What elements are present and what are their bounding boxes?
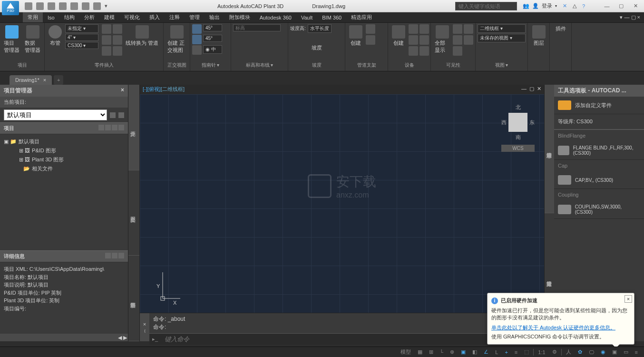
plugin-button[interactable]: 插件 <box>552 24 569 33</box>
palette-item[interactable]: CAP,BV,, (CS300) <box>554 171 644 189</box>
ribbon-small-icon[interactable] <box>102 46 111 56</box>
otrack-icon[interactable]: ∠ <box>481 348 491 356</box>
compass-icon[interactable] <box>192 35 202 44</box>
menu-Autodesk 360[interactable]: Autodesk 360 <box>255 13 296 22</box>
maximize-button[interactable]: ▢ <box>615 1 628 11</box>
slope-button[interactable]: 坡度 <box>290 43 343 52</box>
ribbon-small-icon[interactable] <box>102 35 111 45</box>
visual-style-dropdown[interactable]: 二维线框 ▾ <box>478 24 526 33</box>
lwt-icon[interactable]: ≡ <box>512 348 520 356</box>
workspace-icon[interactable]: ✿ <box>576 348 585 356</box>
ducs-icon[interactable]: L <box>493 348 500 356</box>
viewport-maximize-icon[interactable]: ▢ <box>529 86 534 93</box>
current-project-select[interactable]: 默认项目 <box>4 109 107 120</box>
gear-icon[interactable]: ⚙ <box>550 348 559 356</box>
drawing-canvas[interactable]: 安下载anxz.com 北 西东 南 WCS Y X <box>140 94 544 313</box>
menu-建模[interactable]: 建模 <box>99 12 119 22</box>
palette-item[interactable]: COUPLING,SW,3000, (CS300) <box>554 200 644 219</box>
elevation-input[interactable] <box>233 24 281 31</box>
infocenter-icon[interactable]: 👥 <box>523 3 529 9</box>
app-icon[interactable]: P3D <box>2 1 19 15</box>
exchange-icon[interactable]: ✕ <box>563 3 567 9</box>
refresh-icon[interactable] <box>110 112 116 118</box>
scroll-left-icon[interactable]: ◀ <box>118 335 122 340</box>
ribbon-small-icon[interactable] <box>113 35 122 45</box>
menu-Vault[interactable]: Vault <box>296 13 317 22</box>
compass-icon[interactable] <box>192 24 202 34</box>
login-label[interactable]: 登录 <box>542 2 552 10</box>
menu-可视化[interactable]: 可视化 <box>119 12 145 22</box>
menu-附加模块[interactable]: 附加模块 <box>224 12 255 22</box>
browse-icon[interactable] <box>118 112 124 118</box>
qat-plot-icon[interactable] <box>70 2 78 10</box>
create-ortho-button[interactable]: 创建 正交视图 <box>166 24 188 55</box>
polar-icon[interactable]: ⊕ <box>448 348 457 356</box>
tree-root[interactable]: ▣ 📁 默认项目 <box>4 137 124 146</box>
menu-输出[interactable]: 输出 <box>205 12 224 22</box>
model-button[interactable]: 模型 <box>398 347 413 357</box>
tpy-icon[interactable]: ⬚ <box>522 348 531 356</box>
data-manager-button[interactable]: 数据 管理器 <box>23 24 42 55</box>
help-icon[interactable]: ? <box>582 3 585 9</box>
palette-item[interactable]: FLANGE BLIND ,FL,RF,300, (CS300) <box>554 141 644 160</box>
menu-管理[interactable]: 管理 <box>185 12 205 22</box>
show-all-button[interactable]: 全部 显示 <box>433 24 451 55</box>
side-tab-iso[interactable]: 等轴测图形 <box>128 256 139 341</box>
qat-redo-icon[interactable] <box>93 2 101 10</box>
tab-close-icon[interactable]: × <box>43 77 46 83</box>
popup-close-button[interactable]: × <box>624 295 632 303</box>
scale-button[interactable]: 1:1 <box>536 348 547 356</box>
spec-dropdown-3[interactable]: CS300 ▾ <box>65 42 98 49</box>
tree-item[interactable]: ⊞ 🖼 P&ID 图形 <box>4 146 124 155</box>
viewcube[interactable]: 北 西东 南 WCS <box>501 104 535 152</box>
spec-dropdown-1[interactable]: 未指定 ▾ <box>65 24 98 33</box>
qat-new-icon[interactable] <box>25 2 32 10</box>
ribbon-controls[interactable]: ▾ — ▢ × <box>620 14 644 20</box>
ribbon-small-icon[interactable] <box>113 24 122 34</box>
qat-save-icon[interactable] <box>48 2 55 10</box>
layers-button[interactable]: 图层 <box>530 24 547 48</box>
isolate-icon[interactable]: ▣ <box>610 348 619 356</box>
ortho-icon[interactable]: └ <box>438 348 446 356</box>
qat-undo-icon[interactable] <box>82 2 89 10</box>
qat-saveas-icon[interactable] <box>59 2 67 10</box>
qat-open-icon[interactable] <box>36 2 44 10</box>
create-support-button[interactable]: 创建 <box>347 24 364 48</box>
close-button[interactable]: ✕ <box>629 1 642 11</box>
view-dropdown[interactable]: 未保存的视图 ▾ <box>478 34 526 42</box>
panel-close-icon[interactable]: × <box>121 87 124 95</box>
menu-Iso[interactable]: Iso <box>43 13 59 22</box>
viewport-minimize-icon[interactable]: — <box>521 86 527 93</box>
viewcube-cube[interactable] <box>508 113 527 132</box>
snap-icon[interactable]: ⊞ <box>427 348 436 356</box>
3dosnap-icon[interactable]: ◧ <box>470 348 479 356</box>
minimize-button[interactable]: — <box>600 1 614 11</box>
palette-tab-dynamic[interactable]: 动态管道等级库 <box>545 85 554 213</box>
a360-icon[interactable]: △ <box>573 3 576 9</box>
dyn-icon[interactable]: + <box>502 348 510 356</box>
menu-结构[interactable]: 结构 <box>59 12 79 22</box>
ribbon-small-icon[interactable] <box>113 46 122 56</box>
scroll-right-icon[interactable]: ▶ <box>123 335 127 340</box>
popup-link[interactable]: 单击此处以了解关于 Autodesk 认证硬件的更多信息。 <box>491 325 615 330</box>
viewport-label[interactable]: [-][俯视][二维线框] <box>143 86 185 93</box>
osnap-icon[interactable]: ▣ <box>459 348 468 356</box>
project-manager-button[interactable]: 项目 管理器 <box>2 24 21 55</box>
grid-icon[interactable]: ▦ <box>415 348 425 356</box>
spec-dropdown-2[interactable]: 4" ▾ <box>65 34 98 41</box>
wcs-label[interactable]: WCS <box>501 145 535 152</box>
user-icon[interactable]: 👤 <box>532 3 539 9</box>
ribbon-small-icon[interactable] <box>102 24 111 34</box>
side-tab-ortho[interactable]: 正交图形 <box>128 170 139 256</box>
compass-icon[interactable] <box>192 45 202 55</box>
line-to-pipe-button[interactable]: 线转换为 管道 <box>124 24 160 48</box>
add-custom-part[interactable]: 添加自定义零件 <box>554 97 644 114</box>
file-tab-drawing1[interactable]: Drawing1*× <box>10 75 52 85</box>
customize-icon[interactable]: ≡ <box>633 348 640 356</box>
tree-item[interactable]: 📂 相关文件 <box>4 164 124 173</box>
command-handle[interactable]: ×⟨ <box>140 313 149 341</box>
menu-分析[interactable]: 分析 <box>79 12 99 22</box>
route-pipe-button[interactable]: 布管 <box>47 24 64 48</box>
clean-icon[interactable]: ▭ <box>621 348 631 356</box>
annotation-icon[interactable]: 人 <box>564 347 574 357</box>
